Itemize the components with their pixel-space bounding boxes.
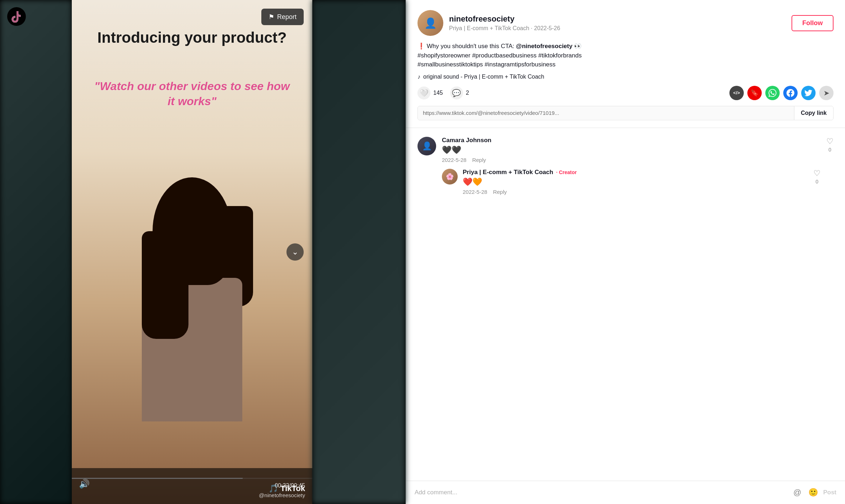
- like-action[interactable]: 🤍 145: [417, 87, 443, 99]
- more-share-icon[interactable]: ➤: [819, 86, 834, 100]
- creator-header: 👤 ninetofreesociety Priya | E-comm + Tik…: [417, 10, 834, 36]
- actions-left: 🤍 145 💬 2: [417, 87, 469, 99]
- comments-section: 👤 Camara Johnson 🖤🖤 2022-5-28 Reply 🌸: [406, 128, 845, 481]
- whatsapp-icon[interactable]: [765, 86, 780, 100]
- comment-body-1: Camara Johnson 🖤🖤 2022-5-28 Reply 🌸 Priy…: [442, 137, 821, 195]
- comment-like-count-1: 0: [828, 147, 831, 153]
- music-icon: ♪: [417, 74, 420, 80]
- post-button[interactable]: Post: [823, 489, 836, 496]
- reply-date-1: 2022-5-28: [463, 189, 487, 195]
- reply-body-1: Priya | E-comm + TikTok Coach · Creator …: [463, 169, 808, 195]
- flag-icon: ⚑: [269, 13, 274, 21]
- reply-like-count-1: 0: [816, 179, 818, 185]
- chevron-down-icon: ⌄: [292, 247, 298, 257]
- avatar-inner: 👤: [417, 10, 443, 36]
- report-label: Report: [277, 13, 297, 21]
- video-title-overlay: Introducing your product?: [72, 29, 312, 47]
- reply-author-1[interactable]: Priya | E-comm + TikTok Coach · Creator: [463, 169, 808, 176]
- follow-button[interactable]: Follow: [792, 15, 834, 31]
- comment-avatar-1[interactable]: 👤: [417, 137, 436, 155]
- comment-emojis-1: 🖤🖤: [442, 145, 821, 155]
- chevron-down-button[interactable]: ⌄: [286, 243, 304, 261]
- sound-row[interactable]: ♪ original sound - Priya | E-comm + TikT…: [417, 74, 834, 80]
- share-icons: </> 🔖 ➤: [729, 86, 834, 100]
- facebook-icon[interactable]: [783, 86, 798, 100]
- hashtag-5[interactable]: #instagramtipsforbusiness: [485, 61, 555, 68]
- comment-like-1[interactable]: ♡ 0: [826, 137, 834, 195]
- url-row: https://www.tiktok.com/@ninetofreesociet…: [417, 106, 834, 120]
- heart-icon[interactable]: 🤍: [417, 87, 430, 99]
- video-bottom-bar: 🎵 TikTok 00:32/00:45 @ninetofreesociety …: [72, 468, 312, 504]
- caption-text: ❗ Why you shouldn't use this CTA: @ninet…: [417, 42, 834, 69]
- hashtag-1[interactable]: #shopifystoreowner: [417, 52, 470, 59]
- comment-like-icon-1[interactable]: ♡: [826, 137, 834, 146]
- comment-input[interactable]: [415, 489, 787, 496]
- share-url: https://www.tiktok.com/@ninetofreesociet…: [418, 106, 794, 120]
- emoji-icon[interactable]: 🙂: [807, 487, 819, 498]
- comment-action[interactable]: 💬 2: [450, 87, 469, 99]
- comment-icon[interactable]: 💬: [450, 87, 463, 99]
- hashtag-4[interactable]: #smallbusinesstiktoktips: [417, 61, 483, 68]
- reply-like-1[interactable]: ♡ 0: [813, 169, 821, 195]
- video-panel: Introducing your product? "Watch our oth…: [72, 0, 312, 504]
- reply-emojis-1: ❤️🧡: [463, 177, 808, 187]
- copy-link-button[interactable]: Copy link: [794, 106, 833, 120]
- creator-meta: Priya | E-comm + TikTok Coach · 2022-5-2…: [449, 25, 560, 32]
- video-person: [102, 163, 282, 504]
- creator-text: ninetofreesociety Priya | E-comm + TikTo…: [449, 14, 560, 32]
- reply-meta-1: 2022-5-28 Reply: [463, 189, 808, 195]
- creator-username[interactable]: ninetofreesociety: [449, 14, 560, 24]
- creator-badge: · Creator: [556, 169, 577, 175]
- reply-avatar-1[interactable]: 🌸: [442, 169, 458, 185]
- embed-icon[interactable]: </>: [729, 86, 744, 100]
- video-bg-left: [0, 0, 72, 504]
- report-button[interactable]: ⚑ Report: [261, 9, 304, 25]
- like-count: 145: [433, 90, 443, 96]
- save-icon[interactable]: 🔖: [747, 86, 762, 100]
- hashtag-2[interactable]: #productbasedbusiness: [472, 52, 537, 59]
- caption-content: ❗ Why you shouldn't use this CTA: @ninet…: [417, 43, 582, 68]
- info-panel: 👤 ninetofreesociety Priya | E-comm + Tik…: [406, 0, 845, 504]
- person-hair: [153, 177, 232, 285]
- video-time: 00:32/00:45: [275, 482, 305, 489]
- at-icon[interactable]: @: [792, 487, 803, 498]
- mention[interactable]: @ninetofreesociety: [516, 43, 572, 50]
- reply-avatar-inner-1: 🌸: [442, 169, 458, 185]
- comment-input-section: @ 🙂 Post: [406, 481, 845, 504]
- creator-section: 👤 ninetofreesociety Priya | E-comm + Tik…: [406, 0, 845, 128]
- creator-avatar[interactable]: 👤: [417, 10, 443, 36]
- hashtag-3[interactable]: #tiktokforbrands: [538, 52, 582, 59]
- tiktok-logo[interactable]: [7, 7, 26, 26]
- creator-info: 👤 ninetofreesociety Priya | E-comm + Tik…: [417, 10, 560, 36]
- comment-count: 2: [466, 90, 469, 96]
- reply-like-icon-1[interactable]: ♡: [813, 169, 821, 178]
- comment-item: 👤 Camara Johnson 🖤🖤 2022-5-28 Reply 🌸: [417, 137, 834, 195]
- sound-name: original sound - Priya | E-comm + TikTok…: [423, 74, 544, 80]
- input-icons: @ 🙂: [792, 487, 819, 498]
- comment-date-1: 2022-5-28: [442, 157, 466, 163]
- reply-reply-button-1[interactable]: Reply: [493, 189, 506, 195]
- reply-item-1: 🌸 Priya | E-comm + TikTok Coach · Creato…: [442, 169, 821, 195]
- comment-meta-1: 2022-5-28 Reply: [442, 157, 821, 163]
- volume-icon[interactable]: 🔊: [79, 479, 90, 489]
- comment-author-1[interactable]: Camara Johnson: [442, 137, 821, 144]
- comment-reply-button-1[interactable]: Reply: [472, 157, 486, 163]
- video-username: @ninetofreesociety: [259, 492, 305, 498]
- video-subtitle-overlay: "Watch our other videos to see how it wo…: [72, 79, 312, 109]
- actions-row: 🤍 145 💬 2 </> 🔖: [417, 86, 834, 100]
- twitter-icon[interactable]: [801, 86, 816, 100]
- comment-avatar-inner-1: 👤: [417, 137, 436, 155]
- video-bg-right: [312, 0, 406, 504]
